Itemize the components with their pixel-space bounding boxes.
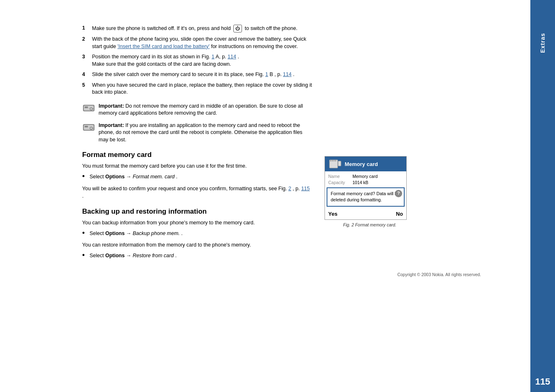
format-italic: Format mem. card bbox=[133, 174, 175, 180]
step-4-after: , p. bbox=[274, 71, 281, 77]
step-5-content: When you have secured the card in place,… bbox=[92, 82, 312, 96]
step-4-period2: . bbox=[293, 71, 294, 77]
backup-bullet-2-content: Select Options → Restore from card . bbox=[90, 252, 177, 260]
figure-capacity-label: Capacity bbox=[328, 180, 351, 185]
format-para2-end: , p. bbox=[292, 186, 301, 191]
figure-no-button[interactable]: No bbox=[396, 211, 403, 217]
format-options: Options bbox=[105, 174, 124, 180]
svg-rect-12 bbox=[332, 160, 333, 161]
format-bullet-1-content: Select Options → Format mem. card . bbox=[90, 173, 177, 181]
step-1-number: 1 bbox=[82, 25, 89, 32]
text-column: 1 Make sure the phone is switched off. I… bbox=[82, 25, 312, 264]
svg-rect-7 bbox=[85, 126, 88, 127]
step-4-content: Slide the silver catch over the memory c… bbox=[92, 71, 312, 78]
backup-options-1: Options bbox=[105, 231, 124, 236]
important-bold-2: Important: bbox=[99, 122, 124, 128]
important-phone-icon-1 bbox=[82, 103, 95, 113]
figure-box: Memory card Name Memory card Capacity 10… bbox=[325, 156, 407, 220]
backup-bullet-1: • Select Options → Backup phone mem. . bbox=[82, 230, 312, 238]
backup-period-1: . bbox=[181, 231, 182, 236]
question-mark-icon: ? bbox=[395, 190, 402, 197]
svg-rect-11 bbox=[330, 160, 331, 161]
list-item-1: 1 Make sure the phone is switched off. I… bbox=[82, 25, 312, 32]
backup-bullet-list-1: • Select Options → Backup phone mem. . bbox=[82, 230, 312, 238]
backup-intro2: You can restore information from the mem… bbox=[82, 241, 312, 249]
step-3-page1[interactable]: 114 bbox=[228, 54, 236, 60]
page-container: 1 Make sure the phone is switched off. I… bbox=[0, 0, 555, 392]
step-3-content: Position the memory card in its slot as … bbox=[92, 53, 312, 68]
format-intro: You must format the memory card before y… bbox=[82, 162, 312, 170]
step-3-number: 3 bbox=[82, 53, 89, 68]
step-2-content: With the back of the phone facing you, s… bbox=[92, 36, 312, 50]
main-content: 1 Make sure the phone is switched off. I… bbox=[0, 0, 530, 392]
figure-header: Memory card bbox=[325, 157, 406, 171]
numbered-list: 1 Make sure the phone is switched off. I… bbox=[82, 25, 312, 96]
step-5-text: When you have secured the card in place,… bbox=[92, 82, 312, 95]
memory-card-device-icon bbox=[329, 159, 341, 169]
figure-name-row: Name Memory card bbox=[328, 174, 403, 179]
list-item-4: 4 Slide the silver catch over the memory… bbox=[82, 71, 312, 78]
copyright-text: Copyright © 2003 Nokia. All rights reser… bbox=[82, 272, 514, 277]
figure-capacity-value: 1014 kB bbox=[352, 180, 368, 185]
format-page2[interactable]: 115 bbox=[301, 186, 310, 191]
list-item-5: 5 When you have secured the card in plac… bbox=[82, 82, 312, 96]
backup-bullet-2: • Select Options → Restore from card . bbox=[82, 252, 312, 260]
format-arrow: → bbox=[126, 174, 131, 180]
format-select-prefix: Select bbox=[90, 174, 105, 180]
important-content-2: If you are installing an application to … bbox=[99, 122, 302, 143]
backup-bullet-1-content: Select Options → Backup phone mem. . bbox=[90, 230, 183, 238]
step-4-btext: B bbox=[269, 71, 273, 77]
step-2-text-after: for instructions on removing the cover. bbox=[211, 44, 298, 49]
content-area: 1 Make sure the phone is switched off. I… bbox=[82, 25, 514, 264]
backup-select-prefix-2: Select bbox=[90, 253, 105, 258]
step-3-mid: A, p. bbox=[216, 54, 228, 60]
backup-select-prefix-1: Select bbox=[90, 231, 105, 236]
list-item-3: 3 Position the memory card in its slot a… bbox=[82, 53, 312, 68]
svg-rect-13 bbox=[334, 160, 334, 161]
backup-arrow-1: → bbox=[126, 231, 131, 236]
important-note-2-text: Important: If you are installing an appl… bbox=[99, 122, 312, 144]
backup-options-2: Options bbox=[105, 253, 124, 258]
figure-buttons: Yes No bbox=[325, 209, 406, 219]
page-number: 115 bbox=[535, 376, 550, 387]
step-3-period: . bbox=[237, 54, 239, 60]
figure-name-value: Memory card bbox=[352, 174, 378, 179]
step-3-text: Position the memory card in its slot as … bbox=[92, 54, 210, 60]
figure-yes-button[interactable]: Yes bbox=[328, 211, 337, 217]
svg-rect-15 bbox=[338, 161, 341, 166]
important-note-1: Important: Do not remove the memory card… bbox=[82, 103, 312, 117]
figure-capacity-row: Capacity 1014 kB bbox=[328, 180, 403, 185]
step-4-number: 4 bbox=[82, 71, 89, 78]
sidebar-label: Extras bbox=[539, 33, 546, 53]
bullet-dot-1: • bbox=[82, 173, 86, 181]
figure-info-rows: Name Memory card Capacity 1014 kB bbox=[325, 171, 406, 185]
important-note-2: Important: If you are installing an appl… bbox=[82, 122, 312, 144]
page-number-box: 115 bbox=[530, 371, 555, 392]
format-section-heading: Format memory card bbox=[82, 151, 312, 159]
backup-italic-1: Backup phone mem. bbox=[133, 231, 180, 236]
backup-italic-2: Restore from card bbox=[133, 253, 174, 258]
step-4-ref1[interactable]: 1 bbox=[265, 71, 268, 77]
backup-bullet-list-2: • Select Options → Restore from card . bbox=[82, 252, 312, 260]
right-sidebar: Extras 115 bbox=[530, 0, 555, 392]
list-item-2: 2 With the back of the phone facing you,… bbox=[82, 36, 312, 50]
backup-section-heading: Backing up and restoring information bbox=[82, 208, 312, 216]
figure-caption: Fig. 2 Format memory card. bbox=[325, 222, 415, 228]
important-icon-2 bbox=[82, 122, 95, 135]
svg-rect-14 bbox=[335, 160, 336, 161]
figure-title: Memory card bbox=[345, 161, 378, 167]
format-ref2[interactable]: 2 bbox=[288, 186, 291, 191]
format-bullet-list: • Select Options → Format mem. card . bbox=[82, 173, 312, 181]
format-para2-period: . bbox=[82, 193, 83, 199]
important-note-1-text: Important: Do not remove the memory card… bbox=[99, 103, 312, 117]
figure-column: Memory card Name Memory card Capacity 10… bbox=[325, 156, 415, 264]
step-3-ref1[interactable]: 1 bbox=[212, 54, 214, 60]
step-2-link[interactable]: 'Insert the SIM card and load the batter… bbox=[117, 44, 210, 49]
step-4-text: Slide the silver catch over the memory c… bbox=[92, 71, 264, 77]
bullet-dot-2: • bbox=[82, 229, 86, 238]
step-3-text-after2: Make sure that the gold contacts of the … bbox=[92, 61, 231, 67]
format-period: . bbox=[176, 174, 177, 180]
step-4-page[interactable]: 114 bbox=[283, 71, 292, 77]
step-1-text-after: to switch off the phone. bbox=[245, 25, 297, 31]
figure-name-label: Name bbox=[328, 174, 351, 179]
